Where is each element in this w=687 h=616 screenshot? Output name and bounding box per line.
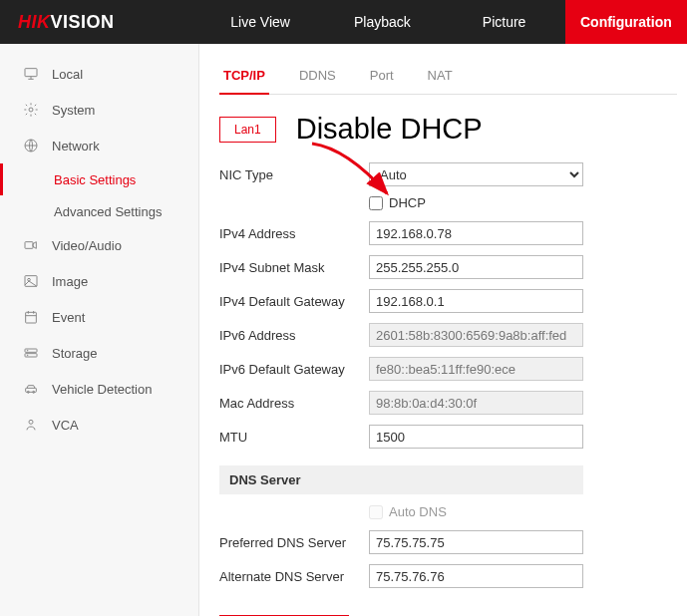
row-mac-address: Mac Address [219, 388, 687, 418]
tab-tcpip[interactable]: TCP/IP [219, 54, 269, 95]
vca-icon [22, 416, 40, 434]
ipv4-gateway-label: IPv4 Default Gateway [219, 294, 369, 309]
lan-row: Lan1 Disable DHCP [219, 113, 687, 146]
globe-icon [22, 137, 40, 154]
ipv4-address-input[interactable] [369, 221, 583, 245]
ipv6-gateway-label: IPv6 Default Gateway [219, 362, 369, 377]
ipv6-address-input [369, 323, 583, 347]
sidebar-label: Advanced Settings [54, 204, 162, 219]
tab-nat[interactable]: NAT [424, 54, 457, 94]
mtu-label: MTU [219, 430, 369, 445]
tab-ddns[interactable]: DDNS [295, 54, 340, 94]
svg-rect-12 [25, 349, 37, 352]
row-preferred-dns: Preferred DNS Server [219, 527, 687, 557]
nic-type-select[interactable]: Auto [369, 162, 583, 186]
row-ipv4-address: IPv4 Address [219, 218, 687, 248]
sidebar-item-image[interactable]: Image [0, 263, 198, 299]
sidebar-item-storage[interactable]: Storage [0, 335, 198, 371]
top-bar: HIKVISION Live View Playback Picture Con… [0, 0, 687, 44]
sidebar-label: Image [52, 274, 88, 289]
preferred-dns-input[interactable] [369, 530, 583, 554]
lan1-button[interactable]: Lan1 [219, 117, 276, 143]
sidebar-item-vehicle-detection[interactable]: Vehicle Detection [0, 371, 198, 407]
dhcp-label: DHCP [389, 195, 426, 210]
sidebar: Local System Network Basic Settings Adva… [0, 44, 199, 616]
ipv4-gateway-input[interactable] [369, 289, 583, 313]
auto-dns-label: Auto DNS [389, 504, 447, 519]
dhcp-checkbox[interactable] [369, 196, 383, 210]
sidebar-label: Vehicle Detection [52, 382, 152, 397]
sidebar-item-system[interactable]: System [0, 92, 198, 128]
brand-logo: HIKVISION [0, 0, 199, 44]
video-icon [22, 236, 40, 254]
row-mtu: MTU [219, 422, 687, 452]
monitor-icon [22, 65, 40, 83]
row-ipv4-mask: IPv4 Subnet Mask [219, 252, 687, 282]
preferred-dns-label: Preferred DNS Server [219, 535, 369, 550]
event-icon [22, 308, 40, 326]
mac-address-input [369, 391, 583, 415]
top-nav: Live View Playback Picture Configuration [199, 0, 687, 44]
sidebar-label: Video/Audio [52, 238, 122, 253]
settings-tabs: TCP/IP DDNS Port NAT [219, 54, 677, 95]
nav-picture[interactable]: Picture [444, 0, 565, 44]
mtu-input[interactable] [369, 425, 583, 449]
dns-section-header: DNS Server [219, 465, 583, 494]
ipv6-gateway-input [369, 357, 583, 381]
sidebar-item-video-audio[interactable]: Video/Audio [0, 227, 198, 263]
sidebar-label: System [52, 103, 95, 118]
row-alternate-dns: Alternate DNS Server [219, 561, 687, 591]
sidebar-label: Storage [52, 346, 98, 361]
sidebar-item-basic-settings[interactable]: Basic Settings [0, 163, 198, 195]
row-ipv6-address: IPv6 Address [219, 320, 687, 350]
row-ipv6-gateway: IPv6 Default Gateway [219, 354, 687, 384]
gear-icon [22, 101, 40, 119]
sidebar-label: Event [52, 310, 85, 325]
sidebar-label: Basic Settings [54, 172, 136, 187]
storage-icon [22, 344, 40, 362]
tab-port[interactable]: Port [366, 54, 398, 94]
mac-address-label: Mac Address [219, 396, 369, 411]
ipv6-address-label: IPv6 Address [219, 328, 369, 343]
image-icon [22, 272, 40, 290]
nav-live-view[interactable]: Live View [199, 0, 321, 44]
svg-rect-13 [25, 354, 37, 357]
brand-vision: VISION [51, 12, 115, 33]
sidebar-item-local[interactable]: Local [0, 56, 198, 92]
row-auto-dns: Auto DNS [369, 504, 687, 519]
alternate-dns-input[interactable] [369, 564, 583, 588]
svg-rect-0 [25, 69, 37, 77]
sidebar-item-advanced-settings[interactable]: Advanced Settings [0, 195, 198, 227]
content-area: TCP/IP DDNS Port NAT Lan1 Disable DHCP N… [199, 44, 687, 616]
nav-playback[interactable]: Playback [321, 0, 443, 44]
annotation-text: Disable DHCP [296, 113, 483, 146]
sidebar-label: VCA [52, 418, 79, 433]
alternate-dns-label: Alternate DNS Server [219, 569, 369, 584]
sidebar-label: Network [52, 139, 100, 154]
svg-rect-5 [25, 242, 33, 249]
svg-point-3 [29, 108, 33, 112]
row-nic-type: NIC Type Auto [219, 159, 687, 189]
vehicle-icon [22, 380, 40, 398]
auto-dns-checkbox [369, 505, 383, 519]
row-ipv4-gateway: IPv4 Default Gateway [219, 286, 687, 316]
brand-hik: HIK [18, 12, 51, 33]
nic-type-label: NIC Type [219, 167, 369, 182]
nav-configuration[interactable]: Configuration [565, 0, 687, 44]
sidebar-item-vca[interactable]: VCA [0, 407, 198, 443]
sidebar-item-network[interactable]: Network [0, 128, 198, 163]
svg-point-19 [29, 420, 33, 424]
svg-point-14 [27, 350, 28, 351]
svg-point-15 [27, 355, 28, 356]
main-area: Local System Network Basic Settings Adva… [0, 44, 687, 616]
ipv4-mask-input[interactable] [369, 255, 583, 279]
sidebar-item-event[interactable]: Event [0, 299, 198, 335]
sidebar-label: Local [52, 67, 83, 82]
row-dhcp: DHCP [369, 195, 687, 210]
ipv4-address-label: IPv4 Address [219, 226, 369, 241]
svg-rect-8 [26, 312, 37, 323]
ipv4-mask-label: IPv4 Subnet Mask [219, 260, 369, 275]
